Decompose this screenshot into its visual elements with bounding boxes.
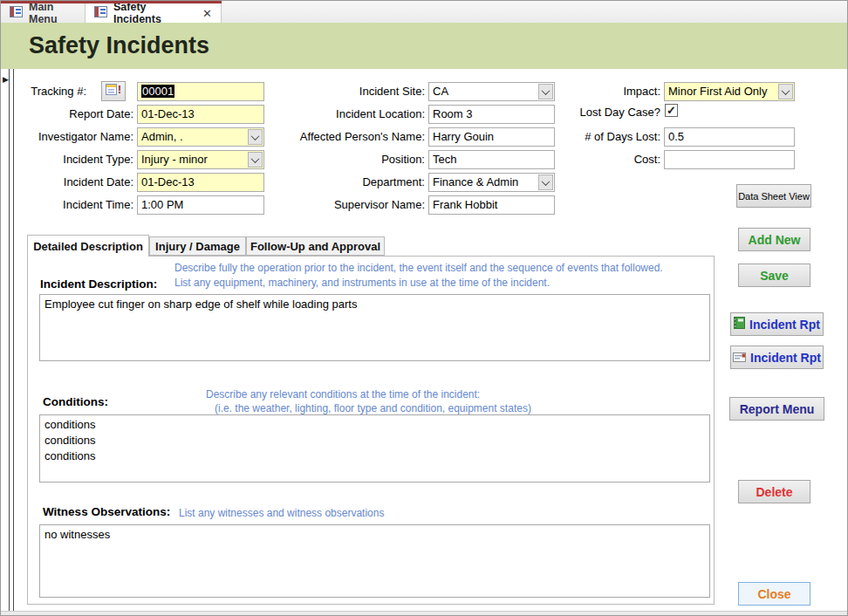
email-icon — [733, 351, 746, 365]
access-window: Main Menu Safety Incidents ✕ Safety Inci… — [0, 0, 848, 616]
witness-textarea[interactable]: no witnesses — [39, 524, 710, 598]
chevron-down-icon[interactable] — [778, 84, 793, 99]
current-record-arrow-icon: ▶ — [3, 75, 9, 84]
witness-observations-label: Witness Observations: — [43, 505, 170, 518]
department-label: Department: — [289, 175, 425, 188]
conditions-label: Conditions: — [43, 395, 108, 408]
conditions-textarea[interactable]: conditions conditions conditions — [39, 414, 710, 483]
affected-person-input[interactable]: Harry Gouin — [428, 127, 555, 147]
incident-description-label: Incident Description: — [40, 277, 157, 291]
description-hint-line2: List any equipment, machinery, and instr… — [174, 277, 550, 289]
incident-site-label: Incident Site: — [289, 85, 425, 98]
lost-day-case-checkbox[interactable]: ✓ — [665, 104, 678, 117]
report-date-input[interactable]: 01-Dec-13 — [137, 105, 264, 124]
tracking-label: Tracking #: — [13, 85, 86, 98]
save-button[interactable]: Save — [738, 264, 810, 287]
investigator-value: Admin, . — [141, 130, 183, 143]
supervisor-input[interactable]: Frank Hobbit — [428, 195, 555, 215]
investigator-combo[interactable]: Admin, . — [137, 127, 264, 147]
description-hint-line1: Describe fully the operation prior to th… — [174, 262, 663, 274]
report-icon — [734, 317, 745, 332]
button-label: Incident Rpt — [750, 351, 821, 365]
button-label: Incident Rpt — [749, 318, 820, 332]
check-icon: ✓ — [667, 105, 676, 116]
delete-button[interactable]: Delete — [738, 480, 810, 503]
department-value: Finance & Admin — [433, 175, 518, 188]
incident-site-combo[interactable]: CA — [428, 82, 555, 101]
conditions-hint-line2: (i.e. the weather, lighting, floor type … — [215, 402, 531, 414]
lost-day-case-label: Lost Day Case? — [542, 106, 660, 119]
tracking-value-selected: 00001 — [141, 85, 174, 98]
incident-type-value: Injury - minor — [141, 153, 208, 166]
add-new-button[interactable]: Add New — [738, 228, 810, 251]
incident-date-label: Incident Date: — [13, 175, 133, 188]
tab-injury-damage[interactable]: Injury / Damage — [149, 236, 246, 256]
tab-detailed-description[interactable]: Detailed Description — [27, 235, 149, 257]
report-date-label: Report Date: — [13, 107, 133, 120]
position-label: Position: — [289, 153, 425, 166]
impact-label: Impact: — [542, 85, 660, 98]
impact-value: Minor First Aid Only — [668, 85, 767, 98]
tab-follow-up-approval[interactable]: Follow-Up and Approval — [246, 236, 385, 256]
tab-label: Main Menu — [29, 1, 76, 25]
form-icon — [10, 6, 23, 20]
incident-location-label: Incident Location: — [289, 107, 425, 120]
conditions-hint-line1: Describe any relevant conditions at the … — [206, 388, 480, 400]
affected-person-label: Affected Person's Name: — [289, 130, 425, 143]
bottom-scroll-strip[interactable] — [1, 611, 847, 616]
tab-safety-incidents[interactable]: Safety Incidents ✕ — [85, 3, 222, 23]
cost-label: Cost: — [542, 153, 660, 166]
incident-description-textarea[interactable]: Employee cut finger on sharp edge of she… — [39, 294, 710, 361]
close-button[interactable]: Close — [738, 582, 810, 606]
form-icon — [94, 6, 107, 20]
incident-time-label: Incident Time: — [13, 198, 133, 211]
position-input[interactable]: Tech — [428, 150, 555, 169]
form-header: Safety Incidents — [1, 23, 847, 69]
witness-hint: List any witnesses and witness observati… — [179, 507, 384, 519]
chevron-down-icon[interactable] — [248, 152, 263, 168]
incident-report-print-button[interactable]: Incident Rpt — [730, 312, 824, 336]
incident-type-label: Incident Type: — [13, 153, 133, 166]
report-menu-button[interactable]: Report Menu — [729, 397, 824, 421]
document-tab-bar: Main Menu Safety Incidents ✕ — [1, 1, 847, 23]
incident-site-value: CA — [433, 85, 448, 98]
svg-text:!: ! — [118, 84, 121, 96]
record-selector-divider — [9, 69, 10, 611]
tab-label: Safety Incidents — [113, 1, 191, 25]
chevron-down-icon[interactable] — [248, 129, 263, 145]
department-combo[interactable]: Finance & Admin — [428, 173, 555, 192]
days-lost-label: # of Days Lost: — [542, 130, 660, 143]
form-edge-divider — [13, 69, 14, 611]
incident-time-input[interactable]: 1:00 PM — [137, 195, 264, 215]
data-sheet-view-button[interactable]: Data Sheet View — [736, 184, 811, 208]
incident-date-input[interactable]: 01-Dec-13 — [137, 173, 264, 192]
tracking-input[interactable]: 00001 — [137, 82, 264, 101]
accent-line — [1, 1, 222, 3]
incident-location-input[interactable]: Room 3 — [428, 105, 555, 124]
tab-main-menu[interactable]: Main Menu — [1, 3, 85, 23]
days-lost-input[interactable]: 0.5 — [664, 127, 795, 147]
page-title: Safety Incidents — [29, 32, 209, 59]
supervisor-label: Supervisor Name: — [289, 198, 425, 211]
chevron-down-icon[interactable] — [538, 175, 553, 190]
impact-combo[interactable]: Minor First Aid Only — [664, 82, 795, 101]
form-lookup-icon: ! — [105, 82, 122, 100]
record-lookup-button[interactable]: ! — [101, 81, 126, 101]
investigator-label: Investigator Name: — [13, 130, 133, 143]
incident-type-combo[interactable]: Injury - minor — [137, 150, 264, 169]
close-tab-icon[interactable]: ✕ — [202, 7, 212, 20]
cost-input[interactable] — [664, 150, 795, 169]
incident-report-email-button[interactable]: Incident Rpt — [730, 346, 824, 369]
